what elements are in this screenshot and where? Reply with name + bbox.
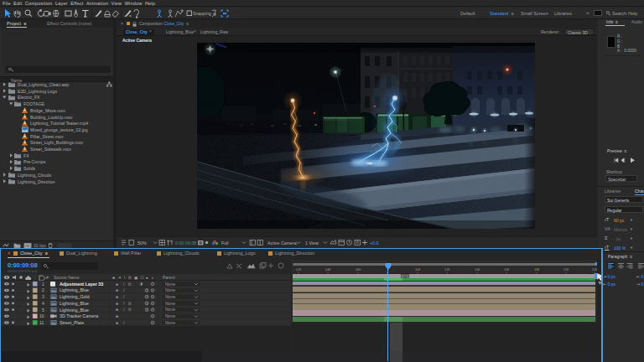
- svg-text:1: 1: [42, 282, 44, 287]
- svg-text:❐: ❐: [140, 276, 143, 280]
- svg-text:11: 11: [39, 320, 44, 325]
- svg-text:●: ●: [146, 276, 148, 280]
- svg-text:◑: ◑: [151, 276, 153, 280]
- svg-text:FX: FX: [23, 153, 29, 158]
- svg-text:+0.0: +0.0: [370, 240, 379, 246]
- svg-text:Lightning_Tutorial Teaser.mp4: Lightning_Tutorial Teaser.mp4: [30, 121, 88, 126]
- svg-text:Lightning_Gold: Lightning_Gold: [60, 294, 90, 299]
- svg-text:Street_Sidewalk.mov: Street_Sidewalk.mov: [30, 147, 71, 152]
- svg-text:12f: 12f: [444, 267, 450, 272]
- svg-text:18f: 18f: [534, 267, 540, 272]
- svg-text:Adjustment Layer 33: Adjustment Layer 33: [60, 282, 103, 287]
- svg-text:Street_Plate: Street_Plate: [60, 320, 84, 325]
- svg-text:Source Name: Source Name: [54, 275, 80, 280]
- svg-text:4: 4: [42, 301, 44, 306]
- svg-text:10f: 10f: [415, 267, 421, 272]
- svg-text:2: 2: [42, 288, 44, 293]
- svg-text:Lightning_Blue: Lightning_Blue: [60, 288, 89, 293]
- svg-text:▣: ▣: [134, 276, 138, 280]
- svg-text:fx: fx: [128, 276, 132, 280]
- svg-text:Snapping: Snapping: [193, 11, 211, 16]
- svg-text:Full: Full: [221, 240, 229, 246]
- svg-text:Lightning_Blue: Lightning_Blue: [60, 308, 89, 313]
- svg-text:5: 5: [42, 308, 44, 313]
- svg-text:06f: 06f: [356, 267, 361, 272]
- svg-text:Lightning_Blue: Lightning_Blue: [60, 301, 89, 306]
- svg-text:20f: 20f: [564, 267, 569, 272]
- svg-text:Street_Light_Buildings.mov: Street_Light_Buildings.mov: [30, 140, 84, 145]
- svg-text:Lightning_Direction: Lightning_Direction: [18, 179, 55, 184]
- svg-text:16f: 16f: [504, 267, 510, 272]
- svg-text:3D Tracker Camera: 3D Tracker Camera: [60, 313, 98, 318]
- svg-text:14f: 14f: [475, 267, 480, 272]
- svg-text:♣: ♣: [112, 276, 115, 280]
- svg-text:Active Camera: Active Camera: [267, 240, 297, 246]
- svg-text:0:00:09:08: 0:00:09:08: [175, 240, 196, 246]
- svg-text:02f: 02f: [296, 267, 302, 272]
- svg-text:✦: ✦: [118, 276, 122, 280]
- svg-text:#: #: [46, 275, 49, 280]
- svg-text:E3D_Lightning Logo: E3D_Lightning Logo: [18, 89, 57, 94]
- svg-text:Building_LookUp.mov: Building_LookUp.mov: [30, 115, 73, 120]
- svg-text:Solids: Solids: [23, 166, 36, 171]
- svg-text:Pillar_Street.mov: Pillar_Street.mov: [30, 134, 64, 139]
- svg-text:04f: 04f: [325, 267, 331, 272]
- svg-text:10: 10: [39, 313, 44, 318]
- svg-text:Bridge_Move.mov: Bridge_Move.mov: [30, 108, 65, 113]
- svg-text:Mixed_grunge_texture_02.jpg: Mixed_grunge_texture_02.jpg: [30, 127, 88, 132]
- svg-text:Electric_FX: Electric_FX: [18, 95, 40, 100]
- svg-text:Dual_Lightning_Clean.aep: Dual_Lightning_Clean.aep: [18, 82, 69, 87]
- svg-text:Parent: Parent: [163, 275, 175, 280]
- svg-text:Lightning_Clouds: Lightning_Clouds: [18, 173, 51, 178]
- svg-text:Pre-Comps: Pre-Comps: [23, 159, 46, 164]
- svg-text:3: 3: [42, 294, 44, 299]
- svg-text:1 View: 1 View: [305, 240, 319, 246]
- svg-text:\: \: [124, 276, 126, 280]
- svg-text:FOOTAGE: FOOTAGE: [23, 101, 45, 106]
- svg-text:50%: 50%: [138, 240, 147, 246]
